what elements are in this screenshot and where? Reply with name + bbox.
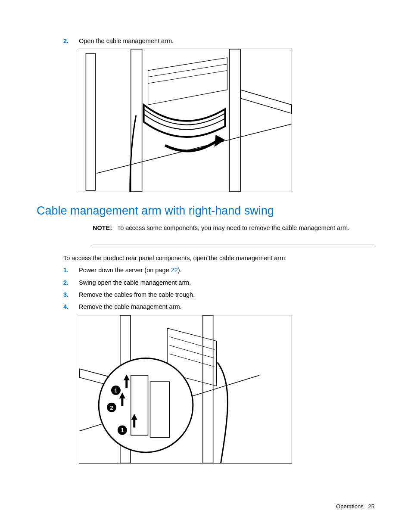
svg-line-15 (169, 354, 214, 367)
illustration-icon (79, 49, 292, 192)
svg-line-14 (169, 345, 214, 358)
step-number: 1. (63, 266, 79, 274)
step-item: 2. Swing open the cable management arm. (63, 278, 374, 287)
illustration-icon: 1 2 1 (79, 315, 292, 463)
footer-page: 25 (368, 503, 374, 510)
page-footer: Operations 25 (336, 503, 374, 510)
step-text: Swing open the cable management arm. (79, 278, 374, 287)
step-item: 2. Open the cable management arm. (63, 37, 374, 45)
step-text: Remove the cable management arm. (79, 302, 374, 311)
step-item: 1. Power down the server (on page 22). (63, 266, 374, 274)
svg-text:2: 2 (110, 404, 113, 411)
svg-line-6 (148, 71, 227, 84)
svg-marker-7 (240, 90, 291, 114)
figure-cable-arm-remove: 1 2 1 (79, 315, 292, 464)
svg-rect-0 (86, 53, 95, 190)
step-text-a: Power down the server (on page (79, 267, 171, 274)
svg-rect-2 (229, 49, 240, 192)
footer-section: Operations (336, 503, 364, 510)
svg-text:1: 1 (114, 387, 117, 393)
figure-cable-arm-open (79, 49, 292, 192)
intro-paragraph: To access the product rear panel compone… (63, 255, 374, 261)
step-item: 3. Remove the cables from the cable trou… (63, 290, 374, 299)
step-number: 2. (63, 37, 79, 45)
note-text (114, 224, 117, 231)
note-label: NOTE: (93, 224, 112, 231)
step-text: Remove the cables from the cable trough. (79, 290, 374, 299)
svg-marker-8 (215, 135, 225, 147)
page-link[interactable]: 22 (171, 267, 178, 274)
note-callout: NOTE: To access some components, you may… (93, 224, 374, 233)
svg-rect-1 (131, 49, 142, 192)
step-number: 3. (63, 290, 79, 299)
svg-rect-10 (203, 315, 213, 463)
section-heading: Cable management arm with right-hand swi… (37, 204, 374, 218)
step-item: 4. Remove the cable management arm. (63, 302, 374, 311)
note-body: To access some components, you may need … (117, 224, 349, 231)
step-text: Power down the server (on page 22). (79, 266, 374, 274)
step-number: 2. (63, 278, 79, 287)
svg-line-3 (97, 124, 291, 173)
divider (93, 245, 374, 245)
step-number: 4. (63, 302, 79, 311)
step-text: Open the cable management arm. (79, 37, 374, 45)
step-text-b: ). (178, 267, 182, 274)
svg-text:1: 1 (121, 427, 124, 433)
svg-line-5 (148, 64, 227, 77)
